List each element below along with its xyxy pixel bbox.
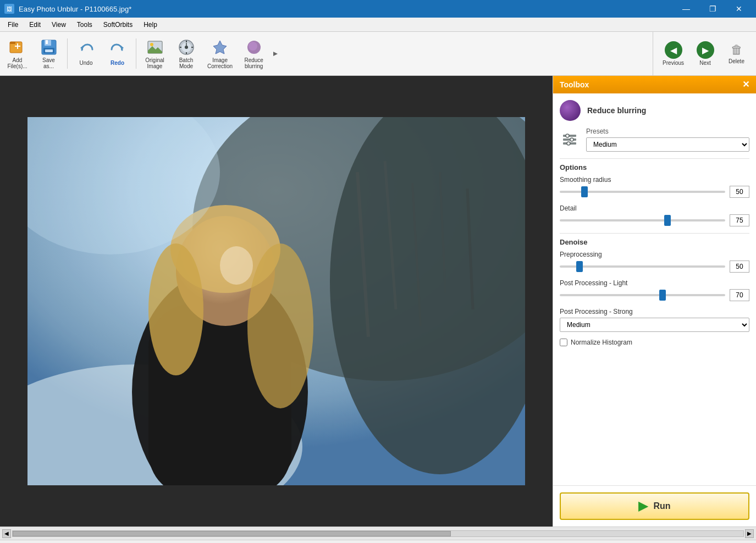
image-correction-button[interactable]: ImageCorrection <box>202 34 238 73</box>
svg-marker-22 <box>213 41 227 54</box>
menu-edit[interactable]: Edit <box>24 18 46 31</box>
detail-track[interactable] <box>560 219 725 221</box>
smoothing-radius-value[interactable]: 50 <box>730 186 749 198</box>
previous-button[interactable]: ◀ Previous <box>658 38 689 69</box>
post-light-track[interactable] <box>560 294 725 296</box>
run-icon: ▶ <box>638 499 648 513</box>
previous-label: Previous <box>663 60 684 66</box>
save-as-icon <box>40 38 58 56</box>
preprocessing-track[interactable] <box>560 265 725 268</box>
denoise-section: Denoise Preprocessing 50 Post Processing… <box>560 238 749 346</box>
svg-point-12 <box>150 43 153 46</box>
add-files-icon <box>9 38 26 56</box>
detail-label: Detail <box>560 204 749 212</box>
tool-name-label: Reduce blurring <box>587 106 646 115</box>
smoothing-radius-group: Smoothing radius 50 <box>560 176 749 198</box>
scroll-thumb[interactable] <box>13 531 451 536</box>
add-files-button[interactable]: AddFile(s)... <box>2 34 32 73</box>
normalize-histogram-label: Normalize Histogram <box>571 339 632 346</box>
normalize-histogram-row: Normalize Histogram <box>560 339 749 346</box>
toolbox-body: Reduce blurring Presets <box>553 93 756 485</box>
toolbar-expand-button[interactable] <box>270 34 281 73</box>
undo-button[interactable]: Undo <box>71 34 101 73</box>
run-section: ▶ Run <box>553 485 756 527</box>
run-label: Run <box>653 501 670 511</box>
svg-rect-1 <box>10 42 15 44</box>
save-as-label: Saveas... <box>42 57 55 69</box>
tool-icon <box>560 100 581 121</box>
post-strong-select[interactable]: Medium Low High <box>560 318 749 332</box>
svg-rect-44 <box>563 135 576 137</box>
original-image-button[interactable]: OriginalImage <box>140 34 170 73</box>
main-area: Toolbox ✕ Reduce blurring <box>0 76 756 527</box>
svg-point-24 <box>249 42 257 51</box>
tool-section-header: Reduce blurring <box>560 100 749 121</box>
detail-value[interactable]: 75 <box>730 214 749 226</box>
preprocessing-row: 50 <box>560 261 749 273</box>
normalize-histogram-checkbox[interactable] <box>560 339 567 346</box>
scroll-left-arrow[interactable]: ◀ <box>2 529 11 538</box>
divider-2 <box>560 233 749 234</box>
post-light-thumb[interactable] <box>659 290 666 301</box>
options-label: Options <box>560 163 749 171</box>
presets-right: Presets Medium Low High Custom <box>586 128 749 152</box>
smoothing-radius-label: Smoothing radius <box>560 176 749 184</box>
image-canvas <box>0 76 553 527</box>
svg-marker-25 <box>273 52 278 56</box>
delete-button[interactable]: 🗑 Delete <box>721 40 752 67</box>
svg-rect-8 <box>45 49 53 52</box>
previous-icon: ◀ <box>665 41 682 59</box>
redo-icon <box>109 41 126 59</box>
svg-point-47 <box>566 134 569 137</box>
detail-group: Detail 75 <box>560 204 749 226</box>
smoothing-radius-track[interactable] <box>560 191 725 193</box>
post-light-row: 70 <box>560 289 749 301</box>
save-as-button[interactable]: Saveas... <box>34 34 64 73</box>
toolbox-close-button[interactable]: ✕ <box>742 80 749 89</box>
batch-mode-label: BatchMode <box>179 57 194 69</box>
redo-label: Redo <box>111 60 124 66</box>
menu-tools[interactable]: Tools <box>71 18 98 31</box>
menu-softorbits[interactable]: SoftOrbits <box>98 18 138 31</box>
batch-mode-icon <box>178 38 195 56</box>
toolbox-title: Toolbox <box>560 80 589 89</box>
menu-view[interactable]: View <box>46 18 71 31</box>
post-light-group: Post Processing - Light 70 <box>560 279 749 301</box>
smoothing-radius-thumb[interactable] <box>581 186 588 197</box>
menu-help[interactable]: Help <box>138 18 163 31</box>
status-bar: 1:1 ⊞ − + Time (s): 0.1 (3264x2448x24) i… <box>0 540 756 543</box>
divider-1 <box>560 158 749 159</box>
toolbar-sep-1 <box>67 38 68 69</box>
svg-point-49 <box>567 142 570 145</box>
detail-thumb[interactable] <box>664 215 671 226</box>
post-light-value[interactable]: 70 <box>730 289 749 301</box>
add-files-label: AddFile(s)... <box>7 57 27 69</box>
undo-label: Undo <box>80 60 93 66</box>
presets-icon <box>560 130 580 149</box>
image-correction-label: ImageCorrection <box>207 57 233 69</box>
scrollbar-area: ◀ ▶ <box>0 527 756 540</box>
menu-bar: File Edit View Tools SoftOrbits Help <box>0 18 756 32</box>
undo-icon <box>78 41 95 59</box>
presets-label: Presets <box>586 128 749 135</box>
reduce-blurring-button[interactable]: Reduceblurring <box>239 34 269 73</box>
batch-mode-button[interactable]: BatchMode <box>171 34 201 73</box>
window-controls: — ❐ ✕ <box>674 0 752 18</box>
presets-select[interactable]: Medium Low High Custom <box>586 137 749 152</box>
svg-rect-6 <box>46 40 48 44</box>
menu-file[interactable]: File <box>2 18 24 31</box>
next-button[interactable]: ▶ Next <box>690 38 720 69</box>
preprocessing-value[interactable]: 50 <box>730 261 749 273</box>
presets-row: Presets Medium Low High Custom <box>560 128 749 152</box>
redo-button[interactable]: Redo <box>102 34 133 73</box>
title-bar: 🖼 Easy Photo Unblur - P1100665.jpg* — ❐ … <box>0 0 756 18</box>
scroll-track[interactable] <box>12 530 744 537</box>
close-button[interactable]: ✕ <box>726 0 752 18</box>
preprocessing-thumb[interactable] <box>576 261 583 272</box>
minimize-button[interactable]: — <box>674 0 699 18</box>
original-image-label: OriginalImage <box>145 57 164 69</box>
post-strong-group: Post Processing - Strong Medium Low High <box>560 308 749 332</box>
scroll-right-arrow[interactable]: ▶ <box>745 529 754 538</box>
run-button[interactable]: ▶ Run <box>560 492 749 520</box>
maximize-button[interactable]: ❐ <box>700 0 725 18</box>
